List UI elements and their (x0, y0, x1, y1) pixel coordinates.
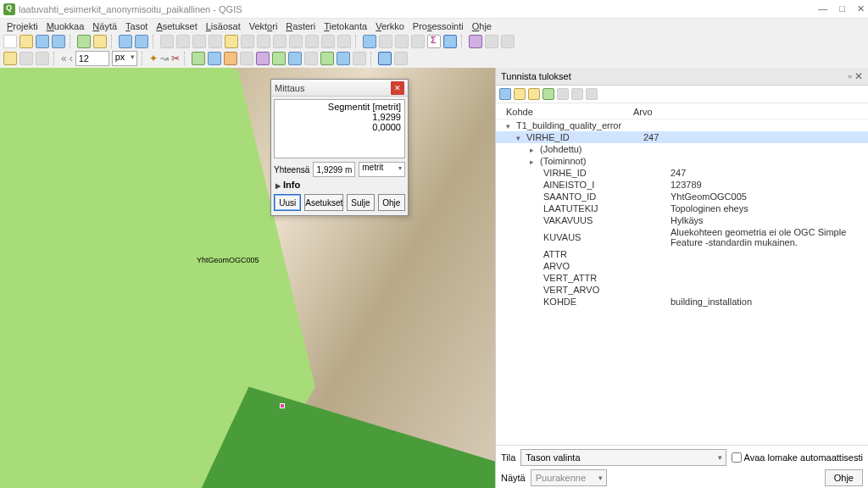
add-postgis-icon[interactable] (256, 52, 270, 65)
add-csv-icon[interactable] (240, 52, 253, 65)
pan-icon[interactable] (160, 35, 174, 48)
zoom-last-icon[interactable] (289, 35, 303, 48)
prev-feature-icon[interactable]: « (61, 53, 67, 64)
new-map-view-icon[interactable] (321, 35, 335, 48)
redo-icon[interactable] (135, 35, 148, 48)
statistics-icon[interactable] (427, 35, 441, 48)
add-mesh-icon[interactable] (224, 52, 237, 65)
info-toggle[interactable]: ▶Info (274, 177, 405, 192)
snap-unit-select[interactable]: px (112, 51, 138, 66)
save-edits-icon[interactable] (19, 52, 33, 65)
panel-toolbar (496, 86, 868, 103)
unit-select[interactable]: metrit (359, 162, 405, 177)
panel-close-icon[interactable]: ✕ (854, 70, 863, 82)
menu-tasot[interactable]: Tasot (122, 21, 151, 31)
add-wms-icon[interactable] (320, 52, 334, 65)
help-button[interactable]: Ohje (378, 194, 405, 211)
open-form-icon[interactable] (542, 88, 554, 100)
panel-undock-icon[interactable]: ▫ (849, 70, 852, 82)
cut-icon[interactable]: ✂ (171, 53, 180, 64)
print-icon[interactable] (586, 88, 598, 100)
window-close-button[interactable]: ✕ (857, 3, 865, 14)
add-mssql-icon[interactable] (288, 52, 302, 65)
attribute-table-icon[interactable] (379, 35, 392, 48)
save-as-icon[interactable] (52, 35, 65, 48)
new-project-icon[interactable] (3, 35, 17, 48)
menu-tietokanta[interactable]: Tietokanta (320, 21, 370, 31)
dialog-title: Mittaus (275, 83, 304, 93)
mode-label: Tila (501, 452, 515, 463)
zoom-out-icon[interactable] (209, 35, 222, 48)
close-button[interactable]: Sulje (347, 194, 374, 211)
open-project-icon[interactable] (19, 35, 33, 48)
add-vector-icon[interactable] (192, 52, 205, 65)
menu-ohje[interactable]: Ohje (469, 21, 495, 31)
undo-icon[interactable] (119, 35, 132, 48)
menu-vektori[interactable]: Vektori (246, 21, 281, 31)
menu-muokkaa[interactable]: Muokkaa (43, 21, 88, 31)
pan-selection-icon[interactable] (176, 35, 190, 48)
zoom-layer-icon[interactable] (273, 35, 287, 48)
segment-value-1: 1,9299 (278, 112, 401, 122)
auto-open-checkbox[interactable]: Avaa lomake automaattisesti (732, 452, 863, 463)
measure-icon[interactable] (443, 35, 457, 48)
collapse-tree-icon[interactable] (514, 88, 526, 100)
add-layer-icon[interactable] (77, 35, 91, 48)
attr-row: KUVAUSAluekohteen geometria ei ole OGC S… (496, 226, 868, 248)
expand-new-icon[interactable] (528, 88, 540, 100)
dialog-close-button[interactable]: ✕ (391, 81, 404, 95)
python-console-icon[interactable] (394, 52, 408, 65)
save-project-icon[interactable] (36, 35, 49, 48)
field-calc-icon[interactable] (395, 35, 409, 48)
zoom-full-icon[interactable] (241, 35, 254, 48)
zoom-selection-icon[interactable] (257, 35, 270, 48)
processing-toolbox-icon[interactable] (378, 52, 392, 65)
help-button[interactable]: Ohje (825, 469, 863, 486)
menu-prosessointi[interactable]: Prosessointi (409, 21, 467, 31)
tool-icon[interactable] (411, 35, 425, 48)
mode-select[interactable]: Tason valinta (520, 449, 726, 466)
menu-asetukset[interactable]: Asetukset (153, 21, 200, 31)
copy-attrs-icon[interactable] (571, 88, 583, 100)
dialog-titlebar[interactable]: Mittaus ✕ (271, 80, 408, 97)
new-button[interactable]: Uusi (274, 194, 301, 211)
edit-toggle-icon[interactable] (3, 52, 17, 65)
add-wfs-icon[interactable] (337, 52, 350, 65)
maptips-icon[interactable] (469, 35, 482, 48)
clear-results-icon[interactable] (557, 88, 569, 100)
annotation-icon[interactable] (485, 35, 498, 48)
menu-nayta[interactable]: Näytä (89, 21, 120, 31)
refresh-icon[interactable] (337, 35, 351, 48)
tree-derived-row[interactable]: ▸(Johdettu) (496, 143, 868, 155)
trace-icon[interactable]: ↝ (160, 53, 169, 64)
tree-layer-row[interactable]: ▾T1_building_quality_error (496, 119, 868, 131)
add-xyz-icon[interactable] (353, 52, 366, 65)
total-value[interactable] (313, 162, 355, 177)
menu-lisaosat[interactable]: Lisäosat (203, 21, 244, 31)
add-feature-icon[interactable] (36, 52, 49, 65)
add-spatialite-icon[interactable] (272, 52, 286, 65)
zoom-next-icon[interactable] (305, 35, 319, 48)
settings-button[interactable]: Asetukset (304, 194, 343, 211)
menu-verkko[interactable]: Verkko (372, 21, 408, 31)
add-raster-icon[interactable] (208, 52, 221, 65)
snap-tolerance-input[interactable] (75, 51, 109, 66)
zoom-native-icon[interactable] (225, 35, 238, 48)
add-oracle-icon[interactable] (304, 52, 318, 65)
window-minimize-button[interactable]: — (818, 3, 827, 14)
bookmark-icon[interactable] (501, 35, 515, 48)
next-feature-icon[interactable]: ‹ (70, 53, 73, 64)
layout-manager-icon[interactable] (93, 35, 107, 48)
snap-vertex-icon[interactable]: ✦ (149, 53, 158, 64)
tree-actions-row[interactable]: ▸(Toiminnot) (496, 155, 868, 167)
map-canvas[interactable]: YhtGeomOGC005 (0, 68, 495, 488)
menu-projekti[interactable]: Projekti (3, 21, 42, 31)
zoom-in-icon[interactable] (192, 35, 206, 48)
menu-rasteri[interactable]: Rasteri (282, 21, 319, 31)
identify-icon[interactable] (363, 35, 376, 48)
view-select[interactable]: Puurakenne (531, 469, 607, 486)
tree-feature-row[interactable]: ▾VIRHE_ID 247 (496, 131, 868, 143)
window-maximize-button[interactable]: □ (839, 3, 845, 14)
tree-header-key: Kohde (506, 107, 633, 117)
expand-tree-icon[interactable] (499, 88, 511, 100)
